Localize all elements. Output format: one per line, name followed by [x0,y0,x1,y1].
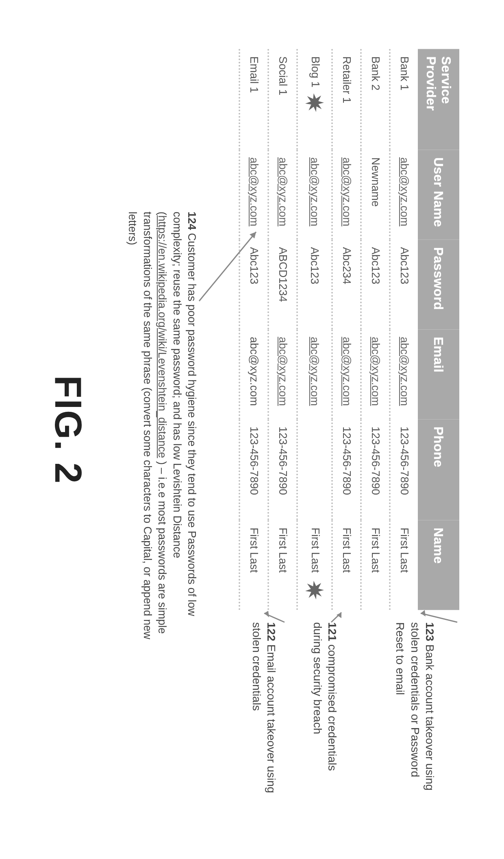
svg-line-8 [199,232,256,301]
cell-password: Abc234 [332,239,361,329]
cell-user-name: abc@xyz.com [297,150,332,239]
cell-phone: 123-456-7890 [361,419,390,520]
email-link[interactable]: abc@xyz.com [309,337,321,406]
cell-phone: 123-456-7890 [390,419,418,520]
table-row: Blog 1abc@xyz.comAbc123abc@xyz.comFirst … [297,49,332,610]
cell-service-provider: Bank 1 [390,49,418,150]
username-link[interactable]: abc@xyz.com [277,157,289,226]
cell-password: Abc123 [297,239,332,329]
email-link[interactable]: abc@xyz.com [277,337,289,406]
cell-text: First Last [309,527,322,572]
cell-password: Abc123 [390,239,418,329]
col-phone: Phone [418,419,459,520]
cell-text: First Last [277,527,289,572]
cell-email: abc@xyz.com [239,329,268,419]
cell-service-provider: Retailer 1 [332,49,361,150]
table-row: Bank 1abc@xyz.comAbc123abc@xyz.com123-45… [390,49,418,610]
cell-user-name: abc@xyz.com [268,150,297,239]
col-user-name: User Name [418,150,459,239]
col-email: Email [418,329,459,419]
credentials-table: Service Provider User Name Password Emai… [239,49,459,610]
annot-121-text: compromised credentials during security … [311,622,339,771]
cell-name: First Last [390,520,418,610]
cell-phone: 123-456-7890 [239,419,268,520]
cell-phone: 123-456-7890 [332,419,361,520]
table-row: Retailer 1abc@xyz.comAbc234abc@xyz.com12… [332,49,361,610]
table-row: Email 1abc@xyz.comAbc123abc@xyz.com123-4… [239,49,268,610]
cell-email: abc@xyz.com [332,329,361,419]
arrow-122 [256,610,289,626]
cell-password: Abc123 [361,239,390,329]
cell-email: abc@xyz.com [268,329,297,419]
cell-text: Blog 1 [309,56,322,87]
cell-text: First Last [398,527,411,572]
table-row: Bank 2NewnameAbc123abc@xyz.com123-456-78… [361,49,390,610]
arrow-124 [195,228,260,317]
cell-email: abc@xyz.com [297,329,332,419]
annot-122-text: Email account takeover using stolen cred… [250,622,278,793]
email-link[interactable]: abc@xyz.com [341,337,353,406]
table-header-row: Service Provider User Name Password Emai… [418,49,459,610]
cell-email: abc@xyz.com [361,329,390,419]
svg-marker-0 [305,93,324,112]
cell-text: First Last [369,527,382,572]
cell-text: Social 1 [277,56,289,95]
levenshtein-link[interactable]: https://en.wikipedia.org/wiki/Levenshtei… [156,215,168,458]
svg-line-2 [421,613,457,622]
cell-text: First Last [248,527,260,572]
arrow-121 [325,610,354,626]
col-name: Name [418,520,459,610]
svg-marker-3 [421,610,426,616]
email-link[interactable]: abc@xyz.com [398,337,411,406]
cell-text: Bank 1 [398,56,411,90]
cell-password: ABCD1234 [268,239,297,329]
cell-phone [297,419,332,520]
breach-burst-icon [305,93,324,112]
note-124: 124 Customer has poor password hygiene s… [125,211,199,642]
cell-user-name: abc@xyz.com [332,150,361,239]
email-link[interactable]: abc@xyz.com [369,337,382,406]
cell-text: Bank 2 [369,56,382,90]
svg-marker-1 [305,581,324,599]
svg-marker-9 [250,232,256,238]
col-password: Password [418,239,459,329]
cell-phone: 123-456-7890 [268,419,297,520]
cell-user-name: Newname [361,150,390,239]
col-service-provider: Service Provider [418,49,459,150]
cell-email: abc@xyz.com [390,329,418,419]
cell-service-provider: Bank 2 [361,49,390,150]
cell-service-provider: Email 1 [239,49,268,150]
note-124-num: 124 [186,211,198,230]
cell-user-name: abc@xyz.com [390,150,418,239]
cell-text: First Last [341,527,353,572]
cell-service-provider: Social 1 [268,49,297,150]
username-link[interactable]: abc@xyz.com [341,157,353,226]
cell-name: First Last [239,520,268,610]
cell-text: Retailer 1 [341,56,353,103]
figure-label: FIG. 2 [47,0,89,859]
cell-user-name: abc@xyz.com [239,150,268,239]
username-link[interactable]: abc@xyz.com [309,157,321,226]
table-row: Social 1abc@xyz.comABCD1234abc@xyz.com12… [268,49,297,610]
cell-text: Email 1 [248,56,260,93]
cell-name: First Last [361,520,390,610]
cell-name: First Last [297,520,332,610]
breach-burst-icon [305,581,324,599]
cell-name: First Last [332,520,361,610]
username-link[interactable]: abc@xyz.com [398,157,411,226]
cell-service-provider: Blog 1 [297,49,332,150]
arrow-123 [413,610,461,626]
cell-name: First Last [268,520,297,610]
username-link[interactable]: abc@xyz.com [248,157,260,226]
annot-123-text: Bank account takeover using stolen crede… [394,622,436,790]
